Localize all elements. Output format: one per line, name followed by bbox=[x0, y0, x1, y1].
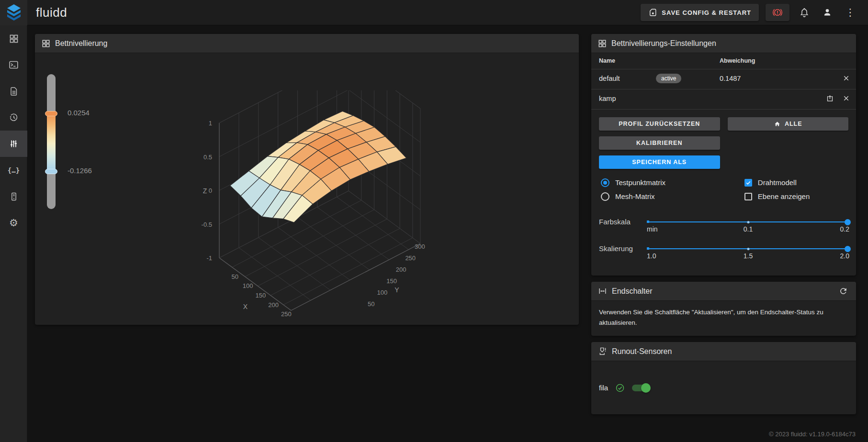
save-config-restart-button[interactable]: SAVE CONFIG & RESTART bbox=[641, 4, 759, 21]
sidebar-item-hardware[interactable] bbox=[0, 183, 27, 210]
calibrate-label: KALIBRIEREN bbox=[636, 140, 682, 146]
checkbox-checked-icon bbox=[744, 179, 752, 187]
fluidd-app: fluidd SAVE CONFIG & RESTART bbox=[0, 0, 868, 442]
column-deviation: Abweichung bbox=[720, 57, 755, 64]
grid-line bbox=[258, 219, 387, 286]
save-as-button[interactable]: SPEICHERN ALS bbox=[599, 155, 720, 169]
axis-tick-label: 150 bbox=[256, 292, 266, 299]
endstops-panel: Endschalter Verwenden Sie die Schaltfläc… bbox=[591, 282, 856, 336]
grid-line bbox=[245, 210, 374, 276]
axis-tick-label: -0.5 bbox=[202, 221, 212, 228]
runout-sensors-title: Runout-Sensoren bbox=[612, 347, 672, 356]
grid-line bbox=[219, 258, 291, 310]
reset-profile-label: PROFIL ZURÜCKSETZEN bbox=[619, 121, 700, 127]
sidebar-item-macros[interactable]: {…} bbox=[0, 157, 27, 183]
x-axis-title: X bbox=[243, 303, 248, 310]
axis-tick-label: 100 bbox=[377, 289, 388, 296]
z-axis-title: Z bbox=[203, 187, 207, 195]
load-profile-icon bbox=[826, 94, 834, 102]
bed-mesh-3d-plot[interactable]: 501001502002505010015020025030010.50-0.5… bbox=[174, 90, 461, 325]
remove-profile-button[interactable] bbox=[842, 94, 850, 102]
topbar: fluidd SAVE CONFIG & RESTART bbox=[0, 0, 868, 25]
bed-mesh-settings-title: Bettnivellierungs-Einstellungen bbox=[611, 39, 716, 48]
axis-tick-label: 300 bbox=[415, 243, 425, 250]
color-range-slider[interactable] bbox=[47, 74, 56, 209]
toggle-knob bbox=[641, 383, 651, 393]
axis-tick-label: 250 bbox=[281, 310, 292, 318]
table-row-kamp: kamp bbox=[591, 89, 856, 110]
grid-line bbox=[291, 243, 420, 310]
emergency-stop-button[interactable] bbox=[766, 4, 789, 21]
refresh-endstops-button[interactable] bbox=[837, 283, 849, 300]
runout-sensors-panel: Runout-Sensoren fila bbox=[591, 342, 856, 414]
checkbox-wireframe[interactable]: Drahtmodell bbox=[744, 176, 848, 189]
axis-tick-label: 100 bbox=[243, 282, 253, 289]
dashboard-icon bbox=[9, 34, 19, 44]
notifications-button[interactable] bbox=[796, 4, 812, 21]
user-button[interactable] bbox=[819, 4, 835, 21]
sd-card-icon bbox=[648, 8, 657, 17]
scale-slider[interactable] bbox=[647, 248, 849, 249]
profile-name: default bbox=[599, 75, 620, 82]
slider-thumb[interactable] bbox=[845, 219, 851, 225]
topbar-actions: SAVE CONFIG & RESTART bbox=[641, 4, 868, 21]
fluidd-logo[interactable] bbox=[0, 0, 27, 25]
radio-probed-matrix[interactable]: Testpunktmatrix bbox=[601, 176, 744, 189]
bed-mesh-settings-panel: Bettnivellierungs-Einstellungen Name Abw… bbox=[591, 34, 856, 276]
sidebar-item-dashboard[interactable] bbox=[0, 25, 27, 52]
slider-mid-marker bbox=[747, 248, 749, 250]
axis-tick-label: 250 bbox=[405, 254, 416, 262]
sidebar-item-history[interactable] bbox=[0, 104, 27, 131]
axis-tick-label: 0.5 bbox=[203, 154, 212, 161]
radio-selected-icon bbox=[601, 178, 609, 187]
color-range-max-label: 0.0254 bbox=[68, 109, 90, 117]
tick-min: min bbox=[647, 225, 658, 233]
grid-icon bbox=[42, 39, 50, 48]
axis-tick-label: -1 bbox=[206, 254, 212, 262]
close-icon bbox=[842, 74, 850, 82]
calibrate-button[interactable]: KALIBRIEREN bbox=[599, 136, 720, 150]
slider-mid-marker bbox=[747, 221, 749, 223]
sidebar: {…} ⚙ bbox=[0, 25, 27, 442]
tune-icon bbox=[9, 139, 19, 149]
radio-mesh-matrix[interactable]: Mesh-Matrix bbox=[601, 189, 744, 203]
check-icon bbox=[745, 180, 751, 186]
slider-label: Skalierung bbox=[599, 244, 647, 260]
macros-icon: {…} bbox=[8, 166, 20, 174]
filament-detected-icon bbox=[615, 383, 625, 393]
tick-max: 2.0 bbox=[840, 252, 849, 260]
app-title: fluidd bbox=[36, 5, 67, 20]
sidebar-item-settings[interactable]: ⚙ bbox=[0, 210, 27, 236]
checkbox-show-flat-plane[interactable]: Ebene anzeigen bbox=[744, 189, 848, 203]
close-icon bbox=[842, 94, 850, 102]
load-profile-button[interactable] bbox=[826, 94, 834, 102]
endstops-description: Verwenden Sie die Schaltfläche "Aktualis… bbox=[591, 301, 856, 336]
runout-sensor-icon bbox=[598, 347, 607, 356]
color-range-min-handle[interactable] bbox=[45, 169, 57, 174]
color-scale-slider[interactable] bbox=[647, 221, 849, 222]
sensor-enable-toggle[interactable] bbox=[632, 385, 649, 391]
sidebar-item-jobs[interactable] bbox=[0, 78, 27, 104]
home-all-button[interactable]: ALLE bbox=[728, 117, 849, 131]
save-config-restart-label: SAVE CONFIG & RESTART bbox=[662, 9, 751, 16]
emergency-stop-icon bbox=[772, 7, 783, 18]
radio-label: Mesh-Matrix bbox=[615, 192, 655, 200]
remove-profile-button[interactable] bbox=[842, 74, 850, 82]
display-options: Testpunktmatrix Drahtmodell bbox=[591, 169, 856, 203]
axis-tick-label: 50 bbox=[232, 273, 238, 280]
save-as-label: SPEICHERN ALS bbox=[632, 159, 687, 166]
overflow-menu-button[interactable]: ⋮ bbox=[842, 4, 858, 21]
slider-start-marker bbox=[647, 221, 649, 223]
slider-thumb[interactable] bbox=[845, 246, 851, 252]
table-row-default: default active 0.1487 bbox=[591, 69, 856, 89]
tick-min: 1.0 bbox=[647, 252, 656, 260]
sidebar-item-console[interactable] bbox=[0, 52, 27, 78]
refresh-icon bbox=[839, 287, 848, 296]
sidebar-item-tune[interactable] bbox=[0, 131, 27, 157]
radio-label: Testpunktmatrix bbox=[615, 178, 665, 187]
color-range-max-handle[interactable] bbox=[45, 111, 57, 116]
axis-tick-label: 50 bbox=[368, 300, 374, 308]
slider-label: Farbskala bbox=[599, 218, 647, 233]
reset-profile-button[interactable]: PROFIL ZURÜCKSETZEN bbox=[599, 117, 720, 131]
sensor-name: fila bbox=[599, 384, 608, 392]
